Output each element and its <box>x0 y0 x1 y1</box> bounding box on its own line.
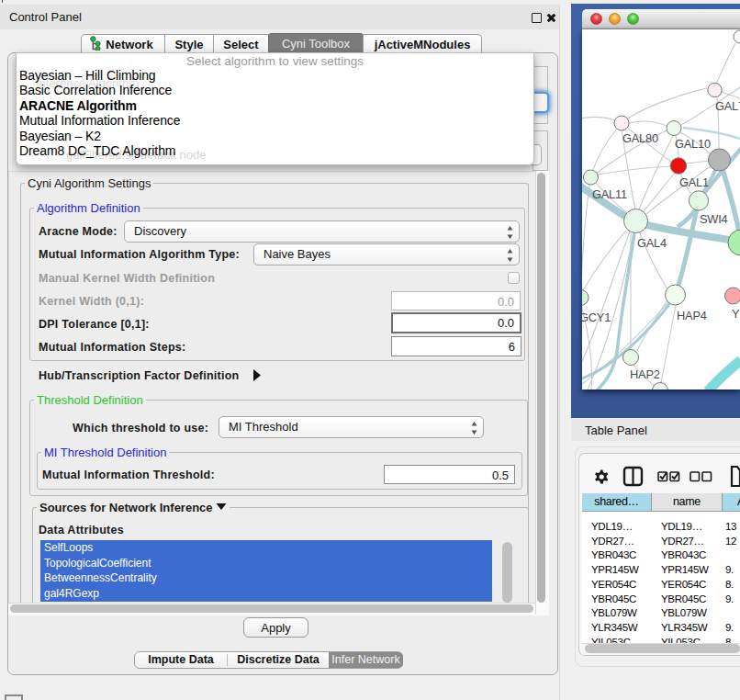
svg-text:GAL1: GAL1 <box>679 175 709 189</box>
svg-text:Y: Y <box>732 307 740 321</box>
svg-text:GAL80: GAL80 <box>622 131 658 145</box>
svg-text:GAL4: GAL4 <box>637 236 667 250</box>
svg-text:GAL10: GAL10 <box>675 137 711 151</box>
svg-text:GAL11: GAL11 <box>592 187 627 201</box>
svg-text:HAP2: HAP2 <box>630 367 660 381</box>
svg-text:GCY1: GCY1 <box>582 310 611 324</box>
svg-text:SWI4: SWI4 <box>700 212 728 226</box>
svg-text:HAP4: HAP4 <box>677 309 707 322</box>
svg-text:GAL7: GAL7 <box>715 99 740 113</box>
